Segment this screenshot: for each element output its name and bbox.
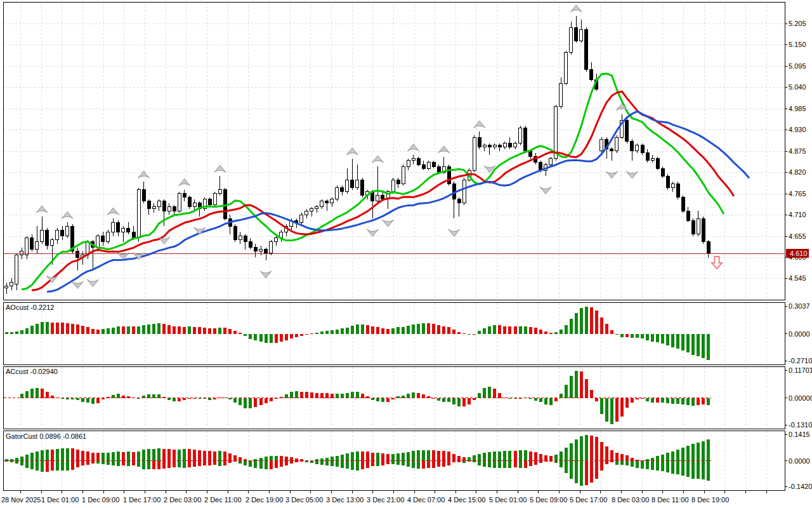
- hist-bar-up-zone: [529, 327, 532, 334]
- hist-bar-up-zone: [117, 394, 120, 398]
- hist-bar-down-zone: [580, 461, 583, 486]
- hist-bar-down-zone: [697, 398, 700, 405]
- hist-bar-up-zone: [127, 326, 130, 333]
- trading-chart-window[interactable]: 5.2055.1505.0955.0404.9854.9304.8754.820…: [0, 0, 812, 508]
- candle-bullish: [218, 190, 221, 194]
- time-axis-label: 8 Dec 19:00: [691, 496, 729, 504]
- hist-bar-up-zone: [193, 327, 196, 334]
- hist-bar-down-zone: [681, 398, 684, 405]
- hist-bar-down-zone: [498, 461, 501, 468]
- hist-bar-down-zone: [636, 334, 639, 338]
- hist-bar-up-zone: [117, 326, 120, 333]
- candle-bearish: [590, 70, 593, 79]
- hist-bar-up-zone: [147, 394, 150, 398]
- hist-bar-up-zone: [508, 451, 511, 461]
- hist-bar-down-zone: [270, 334, 273, 344]
- time-axis-label: 3 Dec 21:00: [367, 496, 404, 504]
- hist-bar-down-zone: [46, 461, 49, 472]
- hist-bar-up-zone: [167, 449, 171, 460]
- hist-bar-down-zone: [702, 461, 705, 479]
- hist-bar-down-zone: [183, 398, 186, 401]
- hist-bar-up-zone: [41, 450, 44, 461]
- hist-bar-up-zone: [625, 455, 629, 460]
- hist-bar-down-zone: [223, 461, 226, 465]
- hist-bar-down-zone: [300, 334, 303, 337]
- candle-bullish: [315, 207, 318, 209]
- hist-bar-up-zone: [544, 331, 547, 334]
- hist-bar-up-zone: [493, 325, 496, 333]
- hist-bar-up-zone: [233, 455, 237, 461]
- hist-bar-down-zone: [30, 461, 34, 470]
- hist-bar-up-zone: [488, 387, 491, 398]
- candle-bearish: [656, 159, 659, 168]
- hist-bar-down-zone: [157, 461, 160, 470]
- hist-bar-up-zone: [25, 391, 29, 398]
- hist-bar-up-zone: [81, 451, 84, 460]
- hist-bar-up-zone: [86, 327, 89, 333]
- hist-bar-down-zone: [259, 461, 263, 469]
- hist-bar-down-zone: [208, 461, 211, 465]
- hist-bar-up-zone: [178, 326, 181, 333]
- hist-bar-up-zone: [631, 458, 634, 461]
- candle-bullish: [636, 145, 639, 151]
- hist-bar-down-zone: [651, 334, 654, 342]
- hist-bar-down-zone: [661, 334, 664, 344]
- hist-bar-up-zone: [142, 325, 145, 333]
- chart-canvas[interactable]: 5.2055.1505.0955.0404.9854.9304.8754.820…: [0, 0, 812, 508]
- candle-bearish: [498, 145, 501, 147]
- hist-bar-up-zone: [325, 331, 329, 333]
- hist-bar-down-zone: [366, 461, 369, 469]
- hist-bar-down-zone: [488, 461, 491, 467]
- indicator-scale-label: -0.13104: [789, 421, 812, 429]
- time-axis-label: 1 Dec 17:00: [123, 496, 160, 504]
- hist-bar-up-zone: [30, 389, 34, 398]
- hist-bar-up-zone: [519, 326, 522, 334]
- hist-bar-up-zone: [117, 451, 120, 460]
- candle-bullish: [213, 194, 216, 205]
- hist-bar-up-zone: [554, 332, 558, 333]
- hist-bar-up-zone: [356, 451, 359, 461]
- hist-bar-up-zone: [178, 450, 181, 461]
- hist-bar-up-zone: [600, 318, 603, 334]
- hist-bar-up-zone: [381, 328, 384, 334]
- hist-bar-up-zone: [549, 333, 553, 333]
- hist-bar-down-zone: [631, 398, 634, 403]
- hist-bar-up-zone: [122, 452, 125, 461]
- hist-bar-down-zone: [615, 461, 619, 465]
- candle-bearish: [142, 190, 145, 201]
- candle-bullish: [615, 137, 619, 150]
- hist-bar-down-zone: [503, 461, 506, 468]
- hist-bar-down-zone: [152, 461, 155, 470]
- hist-bar-down-zone: [697, 461, 700, 479]
- hist-bar-up-zone: [570, 443, 573, 461]
- candle-bearish: [341, 188, 344, 192]
- hist-bar-up-zone: [427, 450, 430, 460]
- hist-bar-up-zone: [320, 393, 324, 398]
- candle-bullish: [36, 242, 39, 250]
- price-axis-label: 4.545: [789, 274, 806, 282]
- hist-bar-up-zone: [152, 394, 155, 398]
- hist-bar-down-zone: [402, 461, 405, 466]
- hist-bar-down-zone: [666, 398, 669, 403]
- hist-bar-up-zone: [208, 328, 211, 334]
- indicator-label-accust: ACcust -0.02940: [6, 368, 58, 375]
- indicator-scale-label: 0.0000: [789, 457, 810, 465]
- hist-bar-up-zone: [41, 322, 44, 333]
- candle-bullish: [157, 201, 160, 207]
- hist-bar-up-zone: [351, 452, 354, 460]
- hist-bar-up-zone: [36, 388, 39, 398]
- candle-bullish: [122, 228, 125, 232]
- hist-bar-up-zone: [183, 327, 186, 334]
- hist-bar-down-zone: [514, 461, 517, 468]
- hist-bar-up-zone: [223, 328, 226, 333]
- hist-bar-up-zone: [152, 449, 155, 461]
- hist-bar-up-zone: [76, 324, 79, 334]
- candle-bullish: [600, 139, 603, 150]
- hist-bar-up-zone: [407, 452, 410, 461]
- candle-bearish: [208, 199, 211, 205]
- hist-bar-down-zone: [198, 461, 201, 466]
- candle-bearish: [351, 180, 354, 187]
- hist-bar-up-zone: [447, 327, 450, 333]
- hist-bar-up-zone: [361, 451, 364, 461]
- hist-bar-down-zone: [707, 334, 710, 361]
